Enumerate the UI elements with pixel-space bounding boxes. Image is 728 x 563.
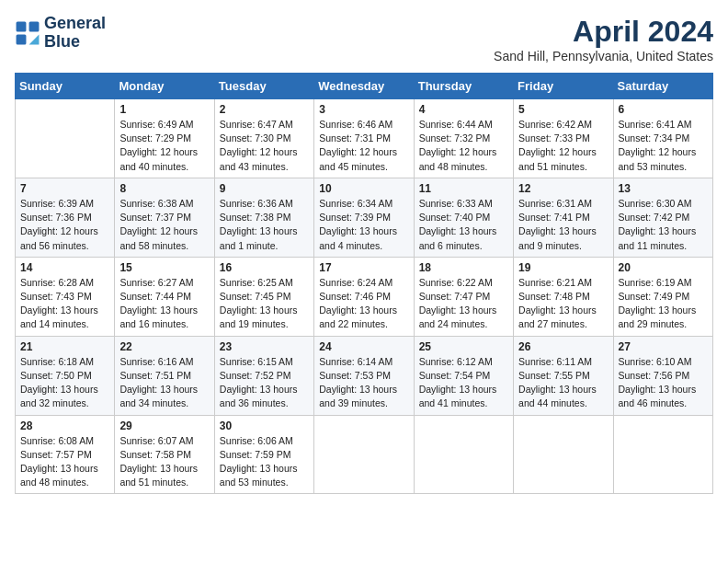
weekday-header-cell: Thursday (414, 74, 513, 99)
logo-text: General Blue (44, 15, 106, 52)
calendar-cell: 22Sunrise: 6:16 AM Sunset: 7:51 PM Dayli… (115, 336, 214, 415)
calendar-cell: 12Sunrise: 6:31 AM Sunset: 7:41 PM Dayli… (514, 178, 613, 257)
calendar-cell (16, 99, 115, 178)
weekday-header-cell: Monday (115, 74, 214, 99)
calendar-cell: 15Sunrise: 6:27 AM Sunset: 7:44 PM Dayli… (115, 257, 214, 336)
day-number: 7 (20, 182, 109, 195)
calendar-cell: 18Sunrise: 6:22 AM Sunset: 7:47 PM Dayli… (414, 257, 513, 336)
calendar-table: SundayMondayTuesdayWednesdayThursdayFrid… (15, 73, 713, 494)
day-number: 4 (419, 103, 508, 116)
day-info: Sunrise: 6:25 AM Sunset: 7:45 PM Dayligh… (220, 276, 309, 332)
calendar-cell: 5Sunrise: 6:42 AM Sunset: 7:33 PM Daylig… (514, 99, 613, 178)
svg-marker-3 (29, 34, 40, 44)
day-info: Sunrise: 6:19 AM Sunset: 7:49 PM Dayligh… (619, 276, 708, 332)
day-info: Sunrise: 6:44 AM Sunset: 7:32 PM Dayligh… (419, 118, 508, 174)
day-number: 14 (20, 261, 109, 274)
calendar-cell (613, 415, 712, 494)
weekday-header-cell: Friday (514, 74, 613, 99)
day-info: Sunrise: 6:08 AM Sunset: 7:57 PM Dayligh… (20, 434, 109, 490)
weekday-header-cell: Saturday (613, 74, 712, 99)
day-info: Sunrise: 6:15 AM Sunset: 7:52 PM Dayligh… (220, 355, 309, 411)
day-number: 9 (220, 182, 309, 195)
calendar-cell: 24Sunrise: 6:14 AM Sunset: 7:53 PM Dayli… (314, 336, 414, 415)
day-info: Sunrise: 6:16 AM Sunset: 7:51 PM Dayligh… (119, 355, 209, 411)
calendar-cell: 26Sunrise: 6:11 AM Sunset: 7:55 PM Dayli… (514, 336, 613, 415)
day-info: Sunrise: 6:12 AM Sunset: 7:54 PM Dayligh… (419, 355, 508, 411)
day-number: 6 (619, 103, 708, 116)
svg-rect-2 (17, 34, 27, 44)
page-header: General Blue April 2024 Sand Hill, Penns… (15, 15, 713, 63)
day-number: 16 (220, 261, 309, 274)
calendar-week-row: 28Sunrise: 6:08 AM Sunset: 7:57 PM Dayli… (16, 415, 713, 494)
weekday-header-row: SundayMondayTuesdayWednesdayThursdayFrid… (16, 74, 713, 99)
day-info: Sunrise: 6:11 AM Sunset: 7:55 PM Dayligh… (518, 355, 608, 411)
weekday-header-cell: Wednesday (314, 74, 414, 99)
day-info: Sunrise: 6:27 AM Sunset: 7:44 PM Dayligh… (119, 276, 209, 332)
calendar-week-row: 7Sunrise: 6:39 AM Sunset: 7:36 PM Daylig… (16, 178, 713, 257)
day-info: Sunrise: 6:41 AM Sunset: 7:34 PM Dayligh… (619, 118, 708, 174)
title-block: April 2024 Sand Hill, Pennsylvania, Unit… (494, 15, 713, 63)
calendar-cell: 9Sunrise: 6:36 AM Sunset: 7:38 PM Daylig… (214, 178, 313, 257)
day-info: Sunrise: 6:47 AM Sunset: 7:30 PM Dayligh… (220, 118, 309, 174)
day-number: 3 (319, 103, 408, 116)
day-number: 8 (119, 182, 209, 195)
day-number: 22 (119, 340, 209, 353)
day-info: Sunrise: 6:49 AM Sunset: 7:29 PM Dayligh… (119, 118, 209, 174)
day-info: Sunrise: 6:10 AM Sunset: 7:56 PM Dayligh… (619, 355, 708, 411)
calendar-body: 1Sunrise: 6:49 AM Sunset: 7:29 PM Daylig… (16, 99, 713, 494)
day-info: Sunrise: 6:39 AM Sunset: 7:36 PM Dayligh… (20, 197, 109, 253)
day-info: Sunrise: 6:42 AM Sunset: 7:33 PM Dayligh… (518, 118, 608, 174)
day-number: 2 (220, 103, 309, 116)
day-info: Sunrise: 6:28 AM Sunset: 7:43 PM Dayligh… (20, 276, 109, 332)
day-number: 17 (319, 261, 408, 274)
day-number: 18 (419, 261, 508, 274)
calendar-cell: 20Sunrise: 6:19 AM Sunset: 7:49 PM Dayli… (613, 257, 712, 336)
day-number: 27 (619, 340, 708, 353)
day-info: Sunrise: 6:34 AM Sunset: 7:39 PM Dayligh… (319, 197, 408, 253)
calendar-cell: 3Sunrise: 6:46 AM Sunset: 7:31 PM Daylig… (314, 99, 414, 178)
day-number: 25 (419, 340, 508, 353)
calendar-cell: 13Sunrise: 6:30 AM Sunset: 7:42 PM Dayli… (613, 178, 712, 257)
calendar-cell: 25Sunrise: 6:12 AM Sunset: 7:54 PM Dayli… (414, 336, 513, 415)
calendar-week-row: 14Sunrise: 6:28 AM Sunset: 7:43 PM Dayli… (16, 257, 713, 336)
day-number: 29 (119, 419, 209, 432)
day-info: Sunrise: 6:36 AM Sunset: 7:38 PM Dayligh… (220, 197, 309, 253)
day-number: 24 (319, 340, 408, 353)
day-info: Sunrise: 6:38 AM Sunset: 7:37 PM Dayligh… (119, 197, 209, 253)
day-number: 28 (20, 419, 109, 432)
day-number: 1 (119, 103, 209, 116)
day-number: 21 (20, 340, 109, 353)
day-number: 11 (419, 182, 508, 195)
day-info: Sunrise: 6:46 AM Sunset: 7:31 PM Dayligh… (319, 118, 408, 174)
calendar-week-row: 1Sunrise: 6:49 AM Sunset: 7:29 PM Daylig… (16, 99, 713, 178)
day-number: 23 (220, 340, 309, 353)
calendar-cell: 1Sunrise: 6:49 AM Sunset: 7:29 PM Daylig… (115, 99, 214, 178)
day-info: Sunrise: 6:06 AM Sunset: 7:59 PM Dayligh… (220, 434, 309, 490)
day-info: Sunrise: 6:21 AM Sunset: 7:48 PM Dayligh… (518, 276, 608, 332)
calendar-cell: 23Sunrise: 6:15 AM Sunset: 7:52 PM Dayli… (214, 336, 313, 415)
day-number: 15 (119, 261, 209, 274)
day-number: 20 (619, 261, 708, 274)
svg-rect-0 (17, 21, 27, 31)
calendar-week-row: 21Sunrise: 6:18 AM Sunset: 7:50 PM Dayli… (16, 336, 713, 415)
calendar-cell (314, 415, 414, 494)
logo: General Blue (15, 15, 106, 52)
calendar-cell: 27Sunrise: 6:10 AM Sunset: 7:56 PM Dayli… (613, 336, 712, 415)
calendar-cell (514, 415, 613, 494)
month-title: April 2024 (494, 15, 713, 49)
calendar-cell: 16Sunrise: 6:25 AM Sunset: 7:45 PM Dayli… (214, 257, 313, 336)
calendar-cell: 14Sunrise: 6:28 AM Sunset: 7:43 PM Dayli… (16, 257, 115, 336)
day-number: 12 (518, 182, 608, 195)
day-info: Sunrise: 6:14 AM Sunset: 7:53 PM Dayligh… (319, 355, 408, 411)
location: Sand Hill, Pennsylvania, United States (494, 49, 713, 63)
calendar-cell: 21Sunrise: 6:18 AM Sunset: 7:50 PM Dayli… (16, 336, 115, 415)
calendar-cell: 6Sunrise: 6:41 AM Sunset: 7:34 PM Daylig… (613, 99, 712, 178)
calendar-cell: 30Sunrise: 6:06 AM Sunset: 7:59 PM Dayli… (214, 415, 313, 494)
calendar-cell: 19Sunrise: 6:21 AM Sunset: 7:48 PM Dayli… (514, 257, 613, 336)
day-info: Sunrise: 6:33 AM Sunset: 7:40 PM Dayligh… (419, 197, 508, 253)
day-info: Sunrise: 6:30 AM Sunset: 7:42 PM Dayligh… (619, 197, 708, 253)
calendar-cell: 10Sunrise: 6:34 AM Sunset: 7:39 PM Dayli… (314, 178, 414, 257)
calendar-cell: 4Sunrise: 6:44 AM Sunset: 7:32 PM Daylig… (414, 99, 513, 178)
day-info: Sunrise: 6:22 AM Sunset: 7:47 PM Dayligh… (419, 276, 508, 332)
logo-icon (15, 20, 40, 46)
